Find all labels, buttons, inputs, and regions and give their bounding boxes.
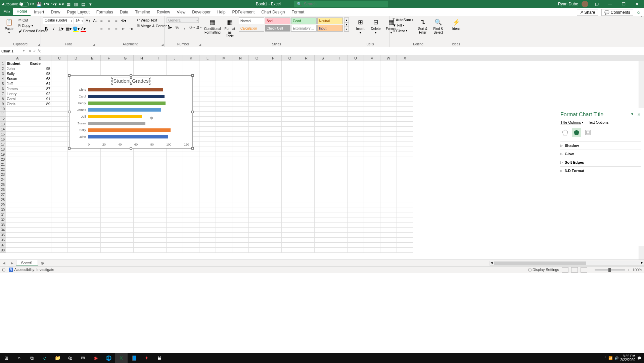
cell[interactable]	[348, 162, 364, 167]
cell[interactable]	[167, 243, 183, 248]
cell[interactable]	[380, 192, 397, 197]
cell[interactable]	[84, 233, 101, 238]
row-header[interactable]: 17	[0, 142, 6, 147]
cell[interactable]	[150, 61, 167, 66]
explorer-icon[interactable]: 📁	[51, 353, 64, 363]
cell[interactable]	[232, 91, 249, 96]
column-header[interactable]: M	[216, 55, 232, 61]
cell[interactable]	[249, 238, 265, 243]
row-header[interactable]: 19	[0, 152, 6, 157]
cell[interactable]	[29, 157, 51, 162]
chart-bar[interactable]	[88, 135, 168, 138]
cell[interactable]	[167, 162, 183, 167]
cell[interactable]	[51, 91, 68, 96]
cell[interactable]	[298, 91, 315, 96]
cortana-icon[interactable]: ○	[13, 353, 26, 363]
cell[interactable]	[199, 233, 216, 238]
cell[interactable]	[232, 207, 249, 212]
page-layout-view-button[interactable]	[571, 267, 578, 273]
row-header[interactable]: 16	[0, 137, 6, 142]
cell[interactable]	[348, 187, 364, 192]
cell[interactable]	[150, 157, 167, 162]
cell[interactable]	[232, 102, 249, 107]
row-header[interactable]: 7	[0, 91, 6, 96]
cell[interactable]	[364, 207, 380, 212]
cell[interactable]	[51, 192, 68, 197]
cell[interactable]	[348, 137, 364, 142]
cell[interactable]	[364, 71, 380, 76]
cell[interactable]	[397, 147, 413, 152]
cell[interactable]	[364, 107, 380, 112]
cell[interactable]	[380, 117, 397, 122]
cell[interactable]	[282, 91, 298, 96]
cell[interactable]	[117, 243, 134, 248]
chart-object[interactable]: Student GradesChrisCarolHenryJamesJeffSu…	[69, 75, 193, 149]
redo-icon[interactable]: ↷▾	[51, 1, 56, 7]
column-header[interactable]: A	[6, 55, 29, 61]
qat-customize-icon[interactable]: ▾	[88, 1, 93, 7]
cell[interactable]	[331, 76, 348, 81]
app-icon-3[interactable]: ✦	[140, 353, 153, 363]
cell[interactable]	[29, 177, 51, 182]
column-header[interactable]: Q	[282, 55, 298, 61]
cell[interactable]	[167, 152, 183, 157]
styles-down-icon[interactable]: ▾	[344, 22, 349, 27]
cell[interactable]	[397, 107, 413, 112]
fx-icon[interactable]: fx	[38, 49, 41, 53]
cell[interactable]	[117, 212, 134, 217]
orientation-icon[interactable]: ⟲▾	[120, 17, 127, 24]
cell[interactable]	[134, 162, 150, 167]
close-icon[interactable]: ✕	[632, 0, 642, 8]
cell[interactable]	[298, 233, 315, 238]
cell[interactable]	[397, 233, 413, 238]
cell-style-neutral[interactable]: Neutral	[317, 17, 343, 24]
cell[interactable]	[84, 152, 101, 157]
cell[interactable]: Chris	[6, 102, 29, 107]
cell[interactable]	[101, 187, 117, 192]
cell[interactable]	[117, 157, 134, 162]
cell[interactable]	[232, 117, 249, 122]
cell[interactable]	[282, 217, 298, 223]
cell[interactable]	[51, 157, 68, 162]
cell[interactable]	[397, 152, 413, 157]
cell[interactable]	[282, 207, 298, 212]
cell[interactable]	[68, 182, 84, 187]
tab-formulas[interactable]: Formulas	[93, 8, 117, 16]
cell[interactable]	[134, 157, 150, 162]
cell[interactable]	[199, 238, 216, 243]
app-icon-1[interactable]: ◉	[89, 353, 102, 363]
cell[interactable]	[331, 147, 348, 152]
chart-bar[interactable]	[88, 115, 142, 118]
cell[interactable]	[51, 76, 68, 81]
cell[interactable]	[331, 197, 348, 202]
cell[interactable]	[331, 228, 348, 233]
search-input[interactable]	[304, 2, 385, 6]
cell[interactable]	[364, 162, 380, 167]
cell[interactable]	[397, 212, 413, 217]
cell-style-good[interactable]: Good	[291, 17, 317, 24]
cell[interactable]	[216, 233, 232, 238]
cell[interactable]	[84, 202, 101, 207]
cell[interactable]	[380, 217, 397, 223]
cell[interactable]	[364, 157, 380, 162]
cell[interactable]	[117, 238, 134, 243]
cell[interactable]	[199, 172, 216, 177]
cell[interactable]	[397, 91, 413, 96]
cell[interactable]	[51, 107, 68, 112]
cell[interactable]	[348, 96, 364, 102]
cell[interactable]	[380, 71, 397, 76]
cell[interactable]	[167, 61, 183, 66]
cell-style-calculation[interactable]: Calculation	[239, 25, 264, 32]
cell[interactable]	[249, 172, 265, 177]
cell[interactable]	[265, 187, 282, 192]
cell[interactable]	[134, 172, 150, 177]
cell[interactable]	[167, 182, 183, 187]
comments-button[interactable]: 💬 Comments	[601, 9, 633, 16]
cell[interactable]	[199, 61, 216, 66]
cell[interactable]	[364, 172, 380, 177]
qat-icon-1[interactable]: ✦▾	[58, 1, 64, 7]
chart-bar[interactable]	[88, 108, 161, 112]
cell[interactable]	[331, 202, 348, 207]
tab-pdfelement[interactable]: PDFelement	[229, 8, 258, 16]
cell[interactable]	[348, 167, 364, 172]
